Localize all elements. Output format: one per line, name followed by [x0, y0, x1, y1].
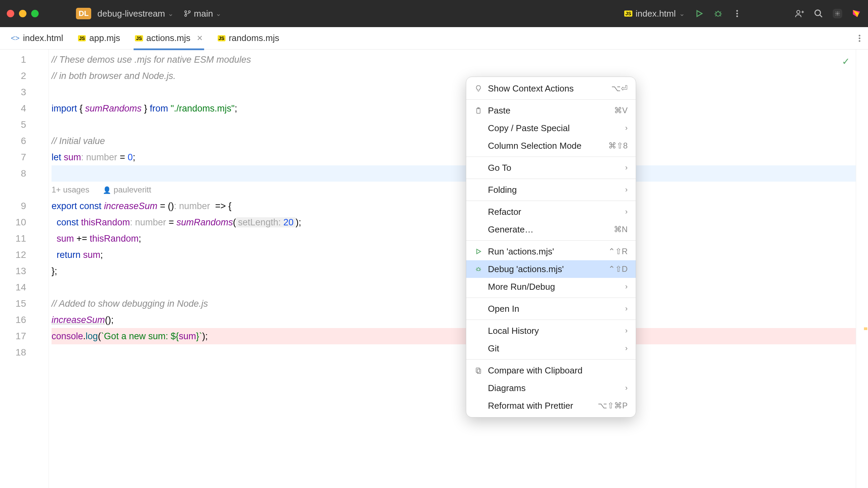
code-line[interactable] [52, 117, 856, 133]
menu-item-debug-actions-mjs[interactable]: Debug 'actions.mjs'⌃⇧D [466, 260, 636, 278]
code-line[interactable]: // Added to show debugging in Node.js [52, 296, 856, 312]
menu-item-copy-paste-special[interactable]: Copy / Paste Special› [466, 119, 636, 137]
warning-marker[interactable] [864, 327, 867, 330]
usages-link[interactable]: 1+ usages [52, 182, 89, 198]
menu-item-go-to[interactable]: Go To› [466, 159, 636, 177]
code-line[interactable]: export const increaseSum = (): number =>… [52, 198, 856, 214]
line-number[interactable]: 1 [0, 52, 26, 68]
maximize-icon[interactable] [31, 10, 39, 17]
run-config-label: index.html [636, 8, 676, 19]
menu-item-label: Git [488, 343, 620, 354]
menu-item-git[interactable]: Git› [466, 340, 636, 357]
line-number[interactable]: 5 [0, 117, 26, 133]
gutter[interactable]: 123456789101112131415161718 [0, 49, 49, 488]
menu-item-more-run-debug[interactable]: More Run/Debug› [466, 278, 636, 296]
code-line[interactable]: import { sumRandoms } from "./randoms.mj… [52, 100, 856, 117]
menu-item-local-history[interactable]: Local History› [466, 322, 636, 340]
line-number[interactable]: 7 [0, 149, 26, 165]
menu-item-generate[interactable]: Generate…⌘N [466, 221, 636, 238]
tab-overflow-icon[interactable] [854, 34, 865, 42]
line-number[interactable]: 9 [0, 198, 26, 214]
branch-selector[interactable]: main ⌄ [184, 8, 221, 19]
code-line[interactable]: // in both browser and Node.js. [52, 68, 856, 84]
code-line[interactable] [52, 279, 856, 296]
code-line[interactable]: return sum; [52, 247, 856, 263]
line-number[interactable]: 6 [0, 133, 26, 149]
debug-button[interactable] [713, 9, 723, 18]
settings-icon[interactable] [833, 9, 842, 18]
line-number[interactable]: 13 [0, 263, 26, 279]
tab-index-html[interactable]: <>index.html [3, 27, 71, 49]
window-controls [7, 10, 39, 17]
author-link[interactable]: pauleveritt [114, 185, 151, 194]
code-line[interactable]: increaseSum(); [52, 312, 856, 328]
menu-item-compare-with-clipboard[interactable]: Compare with Clipboard [466, 362, 636, 379]
code-line[interactable] [52, 344, 856, 361]
menu-item-open-in[interactable]: Open In› [466, 300, 636, 318]
line-number[interactable]: 18 [0, 344, 26, 361]
line-number[interactable]: 16 [0, 312, 26, 328]
code-line[interactable]: // These demos use .mjs for native ESM m… [52, 52, 856, 68]
close-icon[interactable] [7, 10, 14, 17]
line-number[interactable]: 12 [0, 247, 26, 263]
paste-icon [474, 106, 482, 115]
search-icon[interactable] [814, 9, 823, 18]
close-icon[interactable]: ✕ [197, 34, 203, 43]
play-icon [474, 247, 482, 256]
project-selector[interactable]: DL debug-livestream ⌄ [76, 8, 174, 19]
line-number[interactable]: 17 [0, 328, 26, 344]
code-line[interactable] [52, 165, 856, 182]
menu-item-diagrams[interactable]: Diagrams› [466, 379, 636, 397]
run-configuration-selector[interactable]: JS index.html ⌄ [624, 8, 685, 19]
tab-randoms-mjs[interactable]: JSrandoms.mjs [210, 27, 287, 49]
svg-point-9 [815, 10, 821, 16]
menu-item-folding[interactable]: Folding› [466, 181, 636, 199]
editor[interactable]: 123456789101112131415161718 ✓ // These d… [0, 49, 868, 488]
line-number[interactable]: 14 [0, 279, 26, 296]
menu-item-show-context-actions[interactable]: Show Context Actions⌥⏎ [466, 80, 636, 97]
svg-point-8 [797, 11, 800, 14]
run-button[interactable] [694, 9, 704, 18]
code-line[interactable]: }; [52, 263, 856, 279]
line-number[interactable]: 15 [0, 296, 26, 312]
chevron-down-icon: ⌄ [679, 9, 685, 18]
code-line[interactable]: console.log(`Got a new sum: ${sum}`); [52, 328, 856, 344]
menu-item-run-actions-mjs[interactable]: Run 'actions.mjs'⌃⇧R [466, 243, 636, 260]
js-file-icon: JS [78, 35, 86, 41]
inspection-ok-icon[interactable]: ✓ [842, 54, 850, 70]
js-file-icon: JS [135, 35, 143, 41]
shortcut-label: ⌃⇧D [608, 264, 628, 274]
line-number[interactable]: 2 [0, 68, 26, 84]
line-number[interactable]: 11 [0, 230, 26, 247]
menu-icon[interactable] [732, 9, 742, 18]
tab-actions-mjs[interactable]: JSactions.mjs✕ [127, 27, 210, 49]
ide-logo-icon[interactable] [852, 9, 861, 18]
line-number[interactable]: 3 [0, 84, 26, 100]
shortcut-label: ⌥⏎ [611, 84, 628, 93]
menu-item-label: Open In [488, 304, 620, 314]
code-line[interactable]: const thisRandom: number = sumRandoms(se… [52, 214, 856, 230]
chevron-right-icon: › [625, 384, 628, 392]
svg-point-1 [185, 15, 187, 17]
code-area[interactable]: ✓ // These demos use .mjs for native ESM… [49, 49, 856, 488]
menu-item-label: Folding [488, 185, 620, 195]
code-line[interactable]: sum += thisRandom; [52, 230, 856, 247]
bulb-icon [474, 84, 482, 93]
tab-app-mjs[interactable]: JSapp.mjs [71, 27, 127, 49]
error-stripe[interactable] [856, 49, 868, 488]
svg-point-6 [736, 13, 738, 15]
chevron-down-icon: ⌄ [168, 9, 174, 18]
line-number[interactable]: 8 [0, 165, 26, 182]
minimize-icon[interactable] [19, 10, 26, 17]
code-line[interactable]: // Initial value [52, 133, 856, 149]
menu-item-column-selection-mode[interactable]: Column Selection Mode⌘⇧8 [466, 137, 636, 155]
account-icon[interactable] [795, 9, 804, 18]
menu-item-refactor[interactable]: Refactor› [466, 203, 636, 221]
menu-item-reformat-with-prettier[interactable]: Reformat with Prettier⌥⇧⌘P [466, 397, 636, 414]
menu-separator [466, 157, 636, 157]
line-number[interactable]: 10 [0, 214, 26, 230]
line-number[interactable]: 4 [0, 100, 26, 117]
code-line[interactable]: let sum: number = 0; [52, 149, 856, 165]
menu-item-paste[interactable]: Paste⌘V [466, 102, 636, 119]
code-line[interactable] [52, 84, 856, 100]
